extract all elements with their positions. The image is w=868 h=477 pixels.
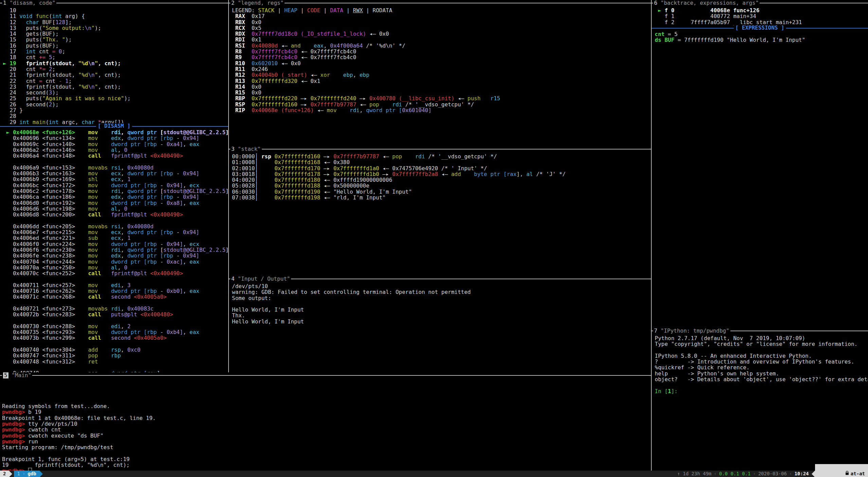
pane-main-gdb[interactable]: 5 "Main" Reading symbols from test...don… [0,372,651,471]
window-index: 1 [17,471,20,477]
pane-disasm-code[interactable]: 1 "disasm, code" 10 11 void func(int arg… [0,0,228,372]
pane3-title: 3 "stack" [230,146,262,152]
tmux-status-bar: 2 1›gdb ↑ 1d 23h 49m ‹ 0.0 0.1 0.1 ‹ 202… [0,471,868,477]
powerline-arrow-icon [812,471,815,477]
pane2-top-border [229,3,651,3]
chevron-right-icon: › [20,471,28,477]
date-label: 2020-03-06 [758,471,787,477]
program-io-listing: /dev/pts/10warning: GDB: Failed to set c… [232,283,651,324]
expressions-list: cnt = 5ds BUF = 7fffffffd190 "Hello Worl… [655,31,868,43]
pane5-title-text: "Main" [8,372,31,378]
pane6-title: 6 "backtrace, expressions, args" [653,0,760,6]
powerline-arrow-icon [39,471,43,477]
pane5-number: 5 [3,372,8,378]
disassembly-listing: ► 0x40068e <func+126> mov rdi, qword ptr… [3,129,228,372]
hostname: at-at [851,471,865,477]
pane5-top-border [0,375,651,376]
pane-legend-regs[interactable]: 2 "legend, regs" LEGEND: STACK | HEAP | … [229,0,651,146]
stack-listing: 00:0000│ rsp 0x7fffffffd160 —▸ 0x7ffff7b… [232,154,651,200]
status-right: ↑ 1d 23h 49m ‹ 0.0 0.1 0.1 ‹ 2020-03-06 … [677,471,868,477]
window-tab-gdb[interactable]: 1›gdb [14,471,39,477]
pane4-number: 4 [231,276,235,282]
tmux-screen: 1 "disasm, code" 10 11 void func(int arg… [0,0,868,477]
ipython-console: Python 2.7.17 (default, Nov 7 2019, 10:0… [655,335,868,394]
gdb-console[interactable]: Reading symbols from test...done.pwndbg>… [2,380,651,471]
pane2-title-text: "legend, regs" [235,0,284,6]
pane2-number: 2 [231,0,235,6]
separator-icon: ‹ [787,471,794,477]
pane4-title-text: "Input / Output" [235,276,290,282]
pane7-number: 7 [654,328,657,334]
pane1-title: 1 "disasm, code" [2,0,56,6]
disasm-divider-label: [ DISASM ] [96,123,132,129]
powerline-arrow-icon [9,471,12,477]
pane7-title-text: "IPython: tmp/pwndbg" [657,328,729,334]
registers-listing: LEGEND: STACK | HEAP | CODE | DATA | RWX… [232,7,651,113]
lock-icon [817,464,849,477]
uptime-arrow-icon: ↑ [677,471,680,477]
pane1-title-text: "disasm, code" [6,0,56,6]
separator-icon: ‹ [711,471,719,477]
time-label: 10:24 [794,471,809,477]
separator-icon: ‹ [751,471,758,477]
pane-ipython[interactable]: 7 "IPython: tmp/pwndbg" Python 2.7.17 (d… [652,328,868,471]
uptime-label: 1d 23h 49m [680,471,711,477]
backtrace-frames: ► f 0 40068e func+126 f 1 400772 main+34… [655,7,868,25]
hostname-segment: at-at [815,464,868,477]
pane7-title: 7 "IPython: tmp/pwndbg" [653,328,730,334]
disasm-divider: [ DISASM ] [0,126,228,127]
pane6-number: 6 [654,0,657,6]
pane6-title-text: "backtrace, expressions, args" [657,0,759,6]
load-average: 0.0 0.1 0.1 [719,471,751,477]
pane-input-output[interactable]: 4 "Input / Output" /dev/pts/10warning: G… [229,276,651,372]
pane4-top-border [229,279,651,279]
expressions-divider: [ EXPRESSIONS ] [652,28,868,29]
pane2-title: 2 "legend, regs" [230,0,285,6]
pane1-number: 1 [3,0,6,6]
pane-backtrace-expressions[interactable]: 6 "backtrace, expressions, args" ► f 0 4… [652,0,868,328]
pane4-title: 4 "Input / Output" [230,276,291,282]
pane3-title-text: "stack" [235,146,261,152]
source-code-listing: 10 11 void func(int arg) { 12 char BUF[1… [3,7,228,125]
window-name: gdb [28,471,36,477]
pane3-top-border [229,149,651,149]
expressions-divider-label: [ EXPRESSIONS ] [734,25,786,31]
pane3-number: 3 [231,146,235,152]
pane-stack[interactable]: 3 "stack" 00:0000│ rsp 0x7fffffffd160 —▸… [229,146,651,276]
session-indicator[interactable]: 2 [0,471,9,477]
pane5-title: 5 "Main" [2,372,32,378]
